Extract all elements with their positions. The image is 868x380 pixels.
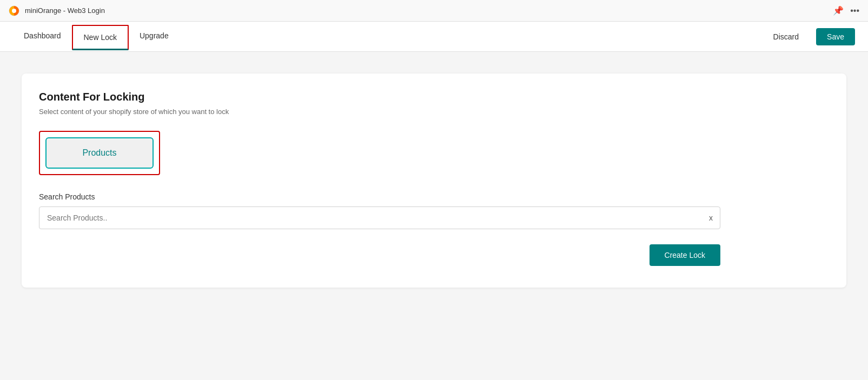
browser-bar-left: miniOrange - Web3 Login	[9, 5, 105, 16]
browser-bar: miniOrange - Web3 Login 📌 •••	[0, 0, 868, 22]
nav-bar: Dashboard New Lock Upgrade Discard Save	[0, 22, 868, 52]
create-lock-button[interactable]: Create Lock	[650, 244, 720, 266]
search-input[interactable]	[39, 206, 720, 229]
pin-icon: 📌	[833, 5, 844, 16]
main-content: Content For Locking Select content of yo…	[0, 52, 868, 380]
search-input-wrapper: x	[39, 206, 720, 229]
section-title: Content For Locking	[39, 91, 829, 103]
browser-bar-right: 📌 •••	[833, 5, 859, 16]
products-option-button[interactable]: Products	[45, 137, 154, 169]
more-icon: •••	[850, 6, 859, 16]
section-subtitle: Select content of your shopify store of …	[39, 108, 829, 116]
content-options-wrapper: Products	[39, 131, 160, 175]
nav-right: Discard Save	[765, 28, 855, 45]
create-lock-wrapper: Create Lock	[39, 244, 720, 266]
svg-point-1	[12, 9, 16, 13]
nav-left: Dashboard New Lock Upgrade	[13, 22, 180, 51]
search-label: Search Products	[39, 192, 829, 201]
nav-item-dashboard[interactable]: Dashboard	[13, 22, 72, 51]
search-clear-button[interactable]: x	[709, 214, 713, 222]
miniorange-logo-icon	[9, 5, 19, 16]
content-card: Content For Locking Select content of yo…	[22, 74, 846, 288]
nav-item-upgrade[interactable]: Upgrade	[129, 22, 180, 51]
browser-title: miniOrange - Web3 Login	[25, 6, 105, 15]
nav-item-new-lock[interactable]: New Lock	[72, 25, 129, 50]
discard-button[interactable]: Discard	[765, 28, 807, 45]
save-button[interactable]: Save	[816, 28, 855, 45]
